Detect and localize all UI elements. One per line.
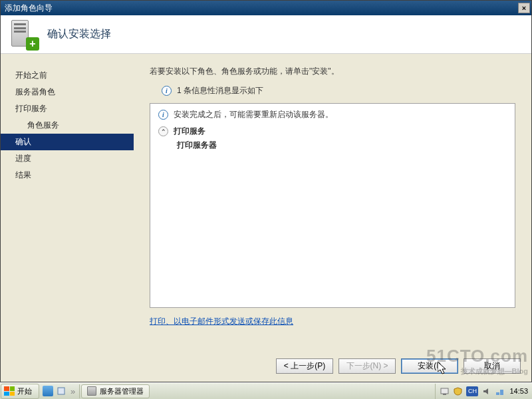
svg-rect-1 <box>58 388 65 394</box>
taskbar: 开始 » 服务器管理器 CH 14:53 <box>0 382 532 399</box>
system-tray: CH 14:53 <box>435 384 532 399</box>
sidebar-item-print-services[interactable]: 打印服务 <box>1 100 134 117</box>
svg-rect-6 <box>500 390 503 395</box>
chevron-up-icon: ⌃ <box>158 126 168 136</box>
info-summary-row: i 1 条信息性消息显示如下 <box>162 85 515 96</box>
role-service-item: 打印服务器 <box>158 140 507 151</box>
export-link-row: 打印、以电子邮件形式发送或保存此信息 <box>150 316 515 327</box>
taskbar-clock[interactable]: 14:53 <box>509 387 528 395</box>
sidebar-item-progress[interactable]: 进度 <box>1 150 134 167</box>
quick-launch-icon[interactable] <box>56 386 66 396</box>
language-indicator[interactable]: CH <box>466 386 478 396</box>
install-button[interactable]: 安装(I) <box>401 358 458 374</box>
restart-warning-text: 安装完成之后，可能需要重新启动该服务器。 <box>174 109 333 120</box>
window-title: 添加角色向导 <box>5 3 518 14</box>
wizard-dialog: 添加角色向导 × + 确认安装选择 开始之前 服务器角色 打印服务 角色服务 确… <box>0 0 532 382</box>
windows-logo-icon <box>4 386 15 396</box>
start-label: 开始 <box>17 386 32 396</box>
sidebar-item-server-roles[interactable]: 服务器角色 <box>1 84 134 100</box>
close-icon: × <box>522 4 526 12</box>
wizard-header: + 确认安装选择 <box>1 15 531 54</box>
cancel-button[interactable]: 取消 <box>464 358 521 374</box>
tray-security-icon[interactable] <box>453 386 463 396</box>
start-button[interactable]: 开始 <box>1 384 39 399</box>
info-icon: i <box>162 86 172 96</box>
server-manager-icon <box>87 386 96 396</box>
role-group-row[interactable]: ⌃ 打印服务 <box>158 126 507 137</box>
print-email-save-link[interactable]: 打印、以电子邮件形式发送或保存此信息 <box>150 317 293 326</box>
page-title: 确认安装选择 <box>47 27 111 41</box>
svg-rect-3 <box>443 394 446 395</box>
wizard-icon: + <box>11 20 38 49</box>
taskbar-item-server-manager[interactable]: 服务器管理器 <box>81 384 150 398</box>
info-icon: i <box>158 110 168 120</box>
show-desktop-icon[interactable] <box>43 386 53 396</box>
svg-marker-4 <box>483 388 488 394</box>
info-count-text: 1 条信息性消息显示如下 <box>177 85 263 96</box>
quick-launch: » <box>40 384 80 398</box>
sidebar-item-before-you-begin[interactable]: 开始之前 <box>1 67 134 84</box>
wizard-footer: < 上一步(P) 下一步(N) > 安装(I) 取消 <box>276 358 521 374</box>
next-button: 下一步(N) > <box>338 358 396 374</box>
sidebar-item-confirmation[interactable]: 确认 <box>1 134 134 150</box>
role-group-title: 打印服务 <box>174 126 205 137</box>
confirmation-box: i 安装完成之后，可能需要重新启动该服务器。 ⌃ 打印服务 打印服务器 <box>150 103 515 308</box>
tray-volume-icon[interactable] <box>481 386 491 396</box>
wizard-main: 若要安装以下角色、角色服务或功能，请单击"安装"。 i 1 条信息性消息显示如下… <box>134 54 531 346</box>
title-bar[interactable]: 添加角色向导 × <box>1 1 531 15</box>
restart-warning-row: i 安装完成之后，可能需要重新启动该服务器。 <box>158 109 507 120</box>
tray-icon[interactable] <box>440 386 450 396</box>
taskbar-item-label: 服务器管理器 <box>100 386 144 396</box>
svg-rect-5 <box>496 392 499 395</box>
instruction-text: 若要安装以下角色、角色服务或功能，请单击"安装"。 <box>150 66 515 77</box>
svg-rect-2 <box>441 388 448 394</box>
wizard-body: 开始之前 服务器角色 打印服务 角色服务 确认 进度 结果 若要安装以下角色、角… <box>1 54 531 346</box>
previous-button[interactable]: < 上一步(P) <box>276 358 333 374</box>
tray-network-icon[interactable] <box>495 386 505 396</box>
quick-launch-overflow-icon[interactable]: » <box>70 386 75 396</box>
add-badge-icon: + <box>26 37 39 51</box>
sidebar-item-role-services[interactable]: 角色服务 <box>1 117 134 134</box>
wizard-sidebar: 开始之前 服务器角色 打印服务 角色服务 确认 进度 结果 <box>1 54 134 346</box>
sidebar-item-results[interactable]: 结果 <box>1 167 134 184</box>
close-button[interactable]: × <box>518 3 530 13</box>
